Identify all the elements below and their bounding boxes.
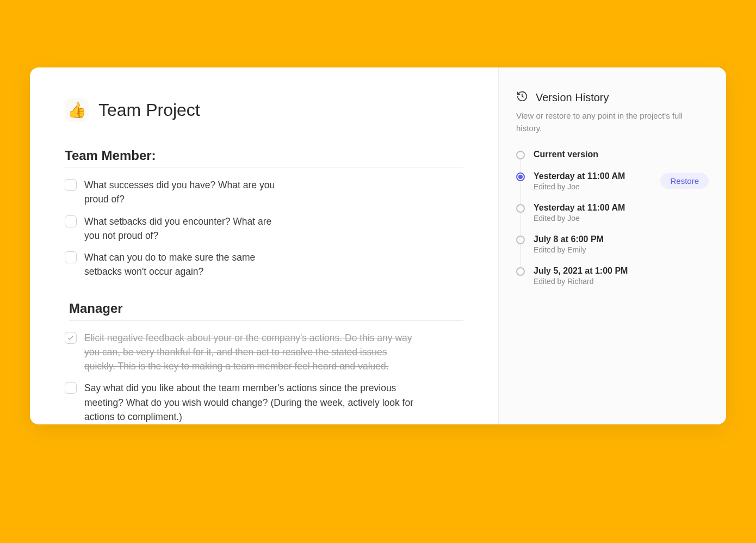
version-item[interactable]: July 5, 2021 at 1:00 PM Edited by Richar… [516,266,709,286]
checkbox[interactable] [65,382,77,394]
version-label: Current version [534,150,598,159]
restore-button[interactable]: Restore [660,173,709,189]
version-history-pane: Version History View or restore to any p… [499,67,726,424]
version-editor: Edited by Emily [534,245,709,254]
document-title[interactable]: Team Project [98,100,200,120]
check-text[interactable]: What can you do to make sure the same se… [84,250,264,279]
version-editor: Edited by Joe [534,182,625,191]
check-text[interactable]: What setbacks did you encounter? What ar… [84,214,280,243]
section-heading-manager[interactable]: Manager [69,301,463,321]
radio-indicator[interactable] [516,172,525,181]
version-history-header: Version History [516,90,709,104]
checkbox[interactable] [65,251,77,263]
check-item[interactable]: Elicit negative feedback about your or t… [65,331,463,374]
check-item[interactable]: Say what did you like about the team mem… [65,381,463,424]
check-text[interactable]: What successes did you have? What are yo… [84,178,280,207]
document-title-row: 👍 Team Project [65,98,463,122]
version-item[interactable]: July 8 at 6:00 PM Edited by Emily [516,235,709,266]
version-history-description: View or restore to any point in the proj… [516,110,709,134]
version-label: Yesterday at 11:00 AM [534,171,625,181]
version-item[interactable]: Yesterday at 11:00 AM Edited by Joe [516,203,709,235]
check-item[interactable]: What successes did you have? What are yo… [65,178,463,207]
document-pane: 👍 Team Project Team Member: What success… [30,67,499,424]
version-label: Yesterday at 11:00 AM [534,203,709,213]
version-label: July 5, 2021 at 1:00 PM [534,266,709,276]
version-editor: Edited by Joe [534,214,709,223]
version-history-title: Version History [536,91,609,104]
section-heading-team-member[interactable]: Team Member: [65,148,463,168]
version-list: Current version Yesterday at 11:00 AM Ed… [516,150,709,286]
radio-indicator[interactable] [516,267,525,276]
check-text[interactable]: Say what did you like about the team mem… [84,381,416,424]
checkbox[interactable] [65,215,77,227]
check-item[interactable]: What setbacks did you encounter? What ar… [65,214,463,243]
check-item[interactable]: What can you do to make sure the same se… [65,250,463,279]
check-text[interactable]: Elicit negative feedback about your or t… [84,331,416,374]
radio-indicator[interactable] [516,236,525,244]
document-emoji[interactable]: 👍 [65,98,89,122]
version-item-selected[interactable]: Yesterday at 11:00 AM Edited by Joe Rest… [516,171,709,203]
history-icon [516,90,528,104]
version-editor: Edited by Richard [534,277,709,286]
checklist-manager: Elicit negative feedback about your or t… [65,331,463,424]
app-window: 👍 Team Project Team Member: What success… [30,67,726,424]
checkbox[interactable] [65,332,77,344]
radio-indicator[interactable] [516,151,525,159]
radio-indicator[interactable] [516,204,525,213]
checkbox[interactable] [65,179,77,191]
version-item-current[interactable]: Current version [516,150,709,171]
checklist-team-member: What successes did you have? What are yo… [65,178,463,279]
version-label: July 8 at 6:00 PM [534,235,709,244]
